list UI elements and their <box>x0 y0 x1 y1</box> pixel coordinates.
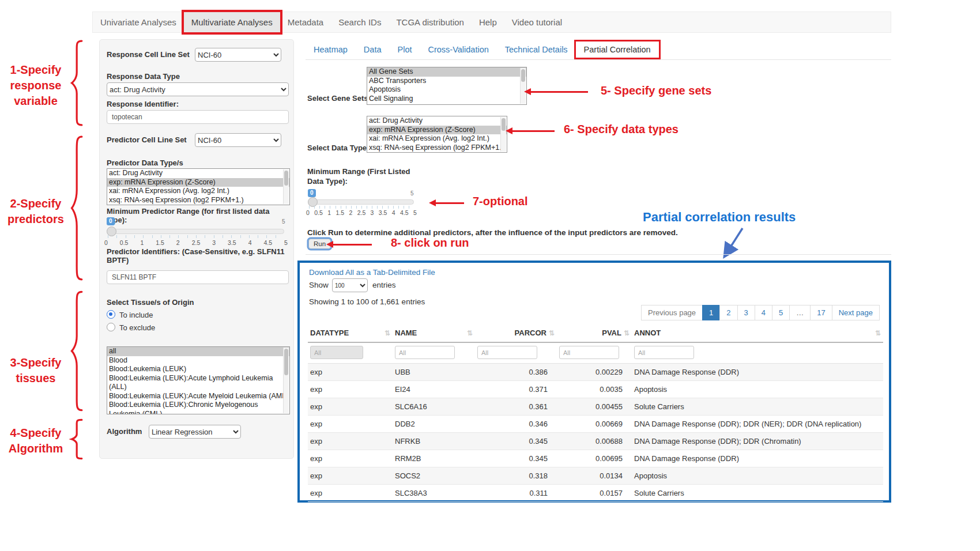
brace-step1 <box>68 39 83 127</box>
pagination-page-3[interactable]: 3 <box>737 305 755 320</box>
nav-tab-help[interactable]: Help <box>472 12 504 32</box>
tab-data[interactable]: Data <box>356 41 390 58</box>
tissue-origin-label: Select Tissue/s of Origin <box>107 298 194 307</box>
pagination-next[interactable]: Next page <box>832 305 880 320</box>
min-range-label-line2: Data Type): <box>307 177 348 186</box>
tab-partial-correlation[interactable]: Partial Correlation <box>576 41 659 58</box>
column-header-annot[interactable]: ANNOT⇅ <box>632 325 883 342</box>
sort-icon[interactable]: ⇅ <box>875 329 881 337</box>
listbox-option[interactable]: Blood <box>107 356 289 365</box>
min-predictor-range-slider[interactable] <box>108 229 284 234</box>
listbox-option[interactable]: xsq: RNA-seq Expression (log2 FPKM+1.) <box>367 144 507 153</box>
pagination-page-1[interactable]: 1 <box>702 305 720 320</box>
listbox-option[interactable]: Blood:Leukemia (LEUK) <box>107 365 289 374</box>
filter-pval-input[interactable] <box>559 346 619 359</box>
radio-checked-icon[interactable] <box>107 310 115 319</box>
listbox-scrollbar[interactable] <box>283 348 289 413</box>
predictor-identifiers-label: Predictor Identifiers: (Case-Sensitive, … <box>107 247 285 265</box>
response-data-type-label: Response Data Type <box>107 72 180 81</box>
listbox-option-selected[interactable]: all <box>107 347 289 356</box>
table-row[interactable]: exp DDB2 0.346 0.00669 DNA Damage Respon… <box>308 416 883 433</box>
min-range-slider[interactable] <box>309 199 414 205</box>
nav-tab-tcga-distribution[interactable]: TCGA distribution <box>389 12 472 32</box>
listbox-option[interactable]: Blood:Leukemia (LEUK):Acute Lymphoid Leu… <box>107 374 289 392</box>
algorithm-label: Algorithm <box>107 427 142 436</box>
filter-annot-input[interactable] <box>634 346 694 359</box>
predictor-cell-line-select[interactable]: NCI-60 <box>195 133 281 147</box>
sort-icon[interactable]: ⇅ <box>385 329 390 337</box>
pagination-page-17[interactable]: 17 <box>810 305 832 320</box>
show-entries-select[interactable]: 100 <box>332 278 368 292</box>
pagination-page-5[interactable]: 5 <box>772 305 790 320</box>
predictor-identifiers-input[interactable] <box>107 270 289 284</box>
slider-tick-labels: 00.511.522.533.544.55 <box>306 209 417 216</box>
table-row[interactable]: exp UBB 0.386 0.00229 DNA Damage Respons… <box>308 364 883 381</box>
listbox-option-selected[interactable]: exp: mRNA Expression (Z-Score) <box>367 126 507 135</box>
table-row[interactable]: exp SLC38A3 0.311 0.0157 Solute Carriers <box>308 485 883 502</box>
listbox-option[interactable]: Cell Signaling <box>367 95 526 104</box>
listbox-option[interactable]: act: Drug Activity <box>107 169 289 178</box>
sort-icon[interactable]: ⇅ <box>467 329 473 337</box>
listbox-option[interactable]: Blood:Leukemia (LEUK):Chronic Myelogenou… <box>107 401 289 414</box>
column-header-datatype[interactable]: DATATYPE⇅ <box>308 325 393 342</box>
algorithm-select[interactable]: Linear Regression <box>149 425 241 439</box>
column-header-name[interactable]: NAME⇅ <box>393 325 475 342</box>
annotation-step7: 7-optional <box>473 195 528 208</box>
sort-icon[interactable]: ⇅ <box>624 329 630 337</box>
listbox-scrollbar[interactable] <box>283 169 289 204</box>
listbox-option[interactable]: act: Drug Activity <box>367 116 507 126</box>
listbox-option[interactable]: Blood:Leukemia (LEUK):Acute Myeloid Leuk… <box>107 392 289 401</box>
table-row[interactable]: exp SLC6A16 0.361 0.00455 Solute Carrier… <box>308 398 883 416</box>
download-all-link[interactable]: Download All as a Tab-Delimited File <box>309 268 435 277</box>
listbox-option-selected[interactable]: exp: mRNA Expression (Z-Score) <box>107 178 289 187</box>
tab-heatmap[interactable]: Heatmap <box>306 41 356 58</box>
annotation-step3: 3-Specify tissues <box>5 355 67 386</box>
blue-arrow <box>714 227 751 261</box>
listbox-option[interactable]: xsq: RNA-seq Expression (log2 FPKM+1.) <box>107 196 289 205</box>
tissue-include-radio[interactable]: To include <box>107 310 153 320</box>
listbox-scrollbar[interactable] <box>500 117 506 152</box>
nav-tab-metadata[interactable]: Metadata <box>280 12 331 32</box>
column-header-parcor[interactable]: PARCOR⇅ <box>475 325 557 342</box>
tab-technical-details[interactable]: Technical Details <box>497 41 576 58</box>
sort-icon[interactable]: ⇅ <box>549 329 555 337</box>
listbox-option[interactable]: ABC Transporters <box>367 77 526 86</box>
tissue-exclude-radio[interactable]: To exclude <box>107 322 155 333</box>
entries-label: entries <box>372 281 396 289</box>
pagination-previous[interactable]: Previous page <box>641 305 703 320</box>
response-cell-line-label: Response Cell Line Set <box>107 50 190 59</box>
nav-tab-video-tutorial[interactable]: Video tutorial <box>504 12 570 32</box>
listbox-option[interactable]: xai: mRNA Expression (Avg. log2 Int.) <box>367 134 507 144</box>
radio-unchecked-icon[interactable] <box>107 323 115 331</box>
annotation-step4: 4-Specify Algorithm <box>5 425 67 456</box>
table-row[interactable]: exp RRM2B 0.345 0.00695 DNA Damage Respo… <box>308 450 883 467</box>
response-identifier-input[interactable] <box>107 110 289 124</box>
slider-max-label: 5 <box>410 190 414 197</box>
pagination-page-4[interactable]: 4 <box>755 305 772 320</box>
table-row[interactable]: exp SOCS2 0.318 0.0134 Apoptosis <box>308 467 883 485</box>
pagination: Previous page 1 2 3 4 5 … 17 Next page <box>642 305 880 320</box>
listbox-option-selected[interactable]: All Gene Sets <box>367 67 526 77</box>
nav-tab-search-ids[interactable]: Search IDs <box>331 12 389 32</box>
response-cell-line-select[interactable]: NCI-60 <box>195 48 281 62</box>
table-filter-row <box>308 342 883 364</box>
predictor-data-types-label: Predictor Data Type/s <box>107 158 183 167</box>
filter-datatype-input[interactable] <box>310 346 363 359</box>
column-header-pval[interactable]: PVAL⇅ <box>557 325 632 342</box>
table-row[interactable]: exp EI24 0.371 0.0035 Apoptosis <box>308 381 883 398</box>
filter-parcor-input[interactable] <box>477 346 537 359</box>
tab-cross-validation[interactable]: Cross-Validation <box>420 41 496 58</box>
nav-tab-univariate-analyses[interactable]: Univariate Analyses <box>93 12 184 32</box>
nav-tab-multivariate-analyses[interactable]: Multivariate Analyses <box>184 12 280 32</box>
response-data-type-select[interactable]: act: Drug Activity <box>107 82 289 96</box>
listbox-scrollbar[interactable] <box>520 68 526 104</box>
tab-plot[interactable]: Plot <box>389 41 420 58</box>
table-row[interactable]: exp NFRKB 0.345 0.00688 DNA Damage Respo… <box>308 433 883 450</box>
slider-value-badge: 0 <box>107 217 115 225</box>
listbox-option[interactable]: Apoptosis <box>367 85 526 95</box>
filter-name-input[interactable] <box>395 346 455 359</box>
pagination-page-2[interactable]: 2 <box>719 305 737 320</box>
listbox-option[interactable]: xai: mRNA Expression (Avg. log2 Int.) <box>107 187 289 196</box>
brace-step2 <box>68 134 83 282</box>
predictor-cell-line-label: Predictor Cell Line Set <box>107 135 187 144</box>
